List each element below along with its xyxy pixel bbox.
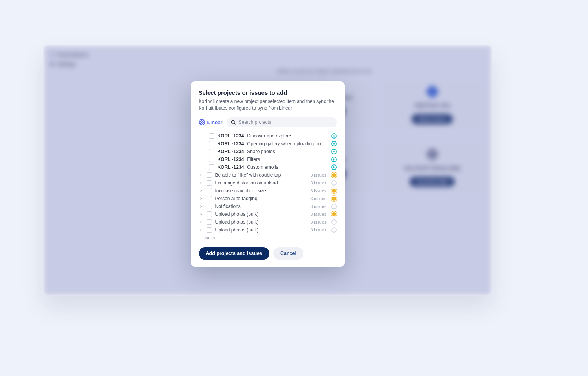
- project-label: Person auto-tagging: [215, 196, 308, 201]
- linear-icon: [199, 119, 205, 125]
- checkbox[interactable]: [207, 204, 212, 209]
- cancel-button[interactable]: Cancel: [273, 247, 303, 260]
- issues-count: 3 issues: [310, 212, 326, 217]
- issue-label: Discover and explore: [247, 133, 328, 139]
- issues-count: 3 issues: [310, 188, 326, 193]
- issue-key: KORL -1234: [218, 149, 244, 154]
- add-projects-button[interactable]: Add projects and issues: [199, 247, 269, 260]
- modal-description: Korl will create a new project per selec…: [199, 98, 337, 112]
- status-icon: [331, 157, 337, 162]
- issues-count: 3 issues: [310, 228, 326, 232]
- issue-label: Opening gallery when uploading no…: [247, 141, 328, 146]
- select-projects-modal: Select projects or issues to add Korl wi…: [191, 81, 345, 267]
- issues-count: 3 issues: [310, 173, 326, 177]
- issue-row[interactable]: KORL -1234Opening gallery when uploading…: [199, 140, 337, 148]
- issues-count: 3 issues: [310, 196, 326, 201]
- issue-row[interactable]: KORL -1234Custom emojis: [199, 163, 337, 171]
- status-icon: [331, 227, 337, 233]
- status-icon: [331, 180, 337, 186]
- checkbox[interactable]: [209, 149, 214, 154]
- project-label: Upload photos (bulk): [215, 219, 308, 225]
- status-icon: [331, 204, 337, 209]
- status-icon: [331, 172, 337, 178]
- svg-line-1: [200, 121, 204, 125]
- chevron-right-icon[interactable]: [199, 212, 203, 217]
- app-frame: Presentations Settings Select a source t…: [43, 45, 492, 296]
- issue-row[interactable]: KORL -1234Share photos: [199, 148, 337, 155]
- status-icon: [331, 219, 337, 225]
- chevron-right-icon[interactable]: [199, 196, 203, 201]
- issues-count: 3 issues: [310, 181, 326, 185]
- source-label: Linear: [207, 119, 223, 125]
- issue-key: KORL -1234: [218, 157, 244, 162]
- checkbox[interactable]: [207, 196, 212, 201]
- status-icon: [331, 188, 337, 193]
- issues-count: 3 issues: [310, 220, 326, 224]
- checkbox[interactable]: [209, 164, 214, 170]
- project-row[interactable]: Fix image distortion on upload3 issues: [199, 179, 337, 187]
- search-field[interactable]: [227, 118, 337, 127]
- modal-title: Select projects or issues to add: [199, 89, 337, 96]
- checkbox[interactable]: [207, 180, 212, 186]
- issue-label: Share photos: [247, 149, 328, 154]
- project-label: Increase max photo size: [215, 188, 308, 193]
- issue-key: KORL -1234: [218, 141, 244, 146]
- status-icon: [331, 196, 337, 201]
- search-icon: [230, 119, 236, 125]
- chevron-right-icon[interactable]: [199, 204, 203, 209]
- status-icon: [331, 149, 337, 154]
- chevron-right-icon[interactable]: [199, 181, 203, 185]
- status-icon: [331, 164, 337, 170]
- chevron-right-icon[interactable]: [199, 188, 203, 193]
- checkbox[interactable]: [207, 227, 212, 233]
- bg-sidebar: Presentations Settings: [50, 48, 113, 71]
- checkbox[interactable]: [207, 212, 212, 217]
- issue-label: Filters: [247, 157, 328, 162]
- issues-heading: Issues: [199, 235, 337, 240]
- checkbox[interactable]: [209, 157, 214, 162]
- issues-count: 3 issues: [310, 204, 326, 209]
- status-icon: [331, 141, 337, 146]
- project-row[interactable]: Person auto-tagging3 issues: [199, 195, 337, 202]
- search-input[interactable]: [239, 119, 333, 125]
- project-label: Fix image distortion on upload: [215, 180, 308, 186]
- checkbox[interactable]: [207, 188, 212, 193]
- project-row[interactable]: Upload photos (bulk)3 issues: [199, 210, 337, 218]
- chevron-right-icon[interactable]: [199, 173, 203, 177]
- svg-point-4: [231, 120, 234, 123]
- issue-row[interactable]: KORL -1234Filters: [199, 155, 337, 163]
- project-row[interactable]: Be able to "like" with double tap3 issue…: [199, 171, 337, 179]
- issue-label: Custom emojis: [247, 164, 328, 170]
- svg-line-5: [234, 123, 235, 124]
- issue-key: KORL -1234: [218, 133, 244, 139]
- project-issue-list: KORL -1234Discover and exploreKORL -1234…: [199, 132, 337, 240]
- source-linear-badge[interactable]: Linear: [199, 119, 223, 125]
- status-icon: [331, 212, 337, 217]
- project-row[interactable]: Upload photos (bulk)3 issues: [199, 226, 337, 234]
- project-row[interactable]: Notifications3 issues: [199, 202, 337, 210]
- project-label: Be able to "like" with double tap: [215, 172, 308, 178]
- project-label: Upload photos (bulk): [215, 227, 308, 233]
- issue-row[interactable]: KORL -1234Discover and explore: [199, 132, 337, 140]
- chevron-right-icon[interactable]: [199, 228, 203, 232]
- project-label: Notifications: [215, 204, 308, 209]
- chevron-right-icon[interactable]: [199, 220, 203, 224]
- project-label: Upload photos (bulk): [215, 212, 308, 217]
- issue-key: KORL -1234: [218, 164, 244, 170]
- project-row[interactable]: Increase max photo size3 issues: [199, 187, 337, 195]
- checkbox[interactable]: [207, 219, 212, 225]
- project-row[interactable]: Upload photos (bulk)3 issues: [199, 218, 337, 226]
- status-icon: [331, 133, 337, 139]
- checkbox[interactable]: [209, 133, 214, 139]
- checkbox[interactable]: [209, 141, 214, 146]
- checkbox[interactable]: [207, 172, 212, 178]
